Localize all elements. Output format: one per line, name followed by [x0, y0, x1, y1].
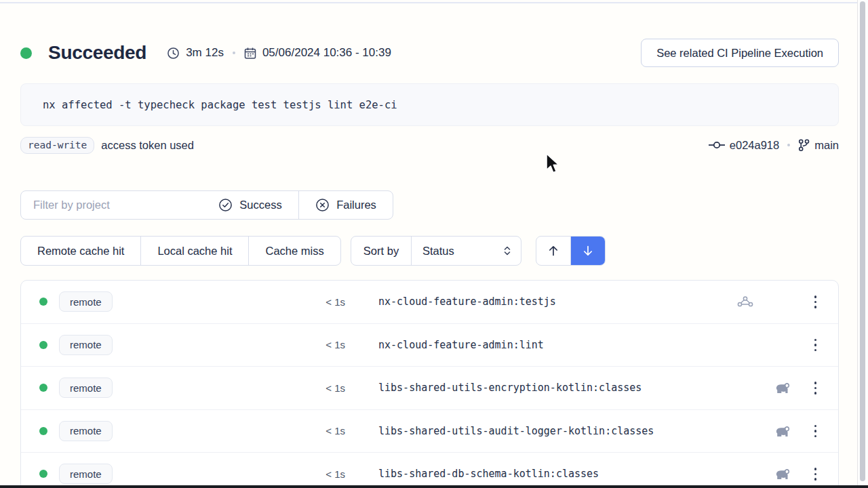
task-duration: < 1s — [313, 468, 345, 480]
task-status-dot — [39, 427, 47, 435]
scrollbar-thumb[interactable] — [860, 1, 865, 481]
arrow-up-icon — [547, 244, 560, 258]
success-filter-button[interactable]: Success — [202, 191, 298, 219]
access-token-badge: read-write — [20, 137, 94, 154]
sort-ascending-button[interactable] — [536, 237, 570, 265]
task-duration: < 1s — [313, 339, 345, 350]
calendar-icon — [244, 47, 256, 60]
branch-link[interactable]: main — [798, 139, 839, 152]
success-filter-label: Success — [239, 199, 281, 211]
task-name: nx-cloud-feature-admin:testjs — [378, 296, 556, 308]
task-name: libs-shared-utils-encryption-kotlin:clas… — [378, 382, 642, 394]
cache-source-badge: remote — [59, 335, 113, 355]
sort-selected-value: Status — [422, 245, 454, 258]
cache-source-badge: remote — [59, 291, 113, 312]
access-token-label: access token used — [101, 139, 194, 152]
gradle-elephant-icon — [774, 425, 791, 437]
task-row[interactable]: remote < 1s libs-shared-utils-encryption… — [21, 367, 838, 410]
top-divider — [0, 2, 868, 3]
cache-source-badge: remote — [59, 421, 113, 441]
remote-cache-hit-button[interactable]: Remote cache hit — [21, 237, 140, 265]
project-filter-input[interactable] — [21, 191, 202, 219]
task-status-dot — [39, 298, 47, 306]
task-duration: < 1s — [313, 425, 345, 436]
vcs-separator — [787, 144, 790, 146]
cache-miss-button[interactable]: Cache miss — [248, 237, 340, 265]
task-menu-button[interactable] — [812, 465, 820, 483]
task-row[interactable]: remote < 1s nx-cloud-feature-admin:lint — [21, 324, 838, 367]
task-name: libs-shared-utils-audit-logger-kotlin:cl… — [378, 425, 654, 437]
gradle-elephant-icon — [774, 382, 791, 394]
task-name: libs-shared-db-schema-kotlin:classes — [378, 468, 599, 480]
task-menu-button[interactable] — [812, 336, 820, 354]
sort-direction-group — [536, 236, 606, 266]
task-menu-button[interactable] — [812, 293, 820, 311]
commit-link[interactable]: e024a918 — [709, 139, 779, 152]
cache-source-badge: remote — [59, 464, 113, 484]
clock-icon — [167, 47, 180, 60]
bottom-edge-bar — [0, 485, 868, 488]
task-status-dot — [39, 341, 47, 349]
chevron-updown-icon — [503, 245, 511, 257]
vcs-info: e024a918 main — [709, 139, 839, 152]
page-title: Succeeded — [48, 42, 146, 64]
task-menu-button[interactable] — [812, 379, 820, 397]
filter-bar: Success Failures — [20, 190, 393, 220]
task-status-dot — [39, 384, 47, 392]
failures-filter-label: Failures — [336, 199, 376, 211]
gradle-elephant-icon — [774, 468, 791, 480]
sort-group: Sort by Status — [351, 236, 521, 266]
branch-name: main — [814, 139, 839, 152]
cache-source-badge: remote — [59, 378, 113, 398]
date-range-text: 05/06/2024 10:36 - 10:39 — [262, 46, 391, 60]
branch-icon — [798, 139, 810, 152]
task-menu-button[interactable] — [812, 422, 820, 441]
task-name: nx-cloud-feature-admin:lint — [378, 339, 544, 351]
project-filter-group: Success Failures — [20, 190, 393, 220]
command-text: nx affected -t typecheck package test te… — [43, 99, 397, 111]
meta-separator — [233, 52, 235, 54]
check-circle-icon — [218, 198, 233, 212]
mouse-cursor — [545, 153, 561, 176]
x-circle-icon — [315, 198, 330, 212]
run-detail-page: Succeeded 3m 12s 05/06/2024 10:36 - 10:3… — [0, 0, 868, 488]
commit-hash: e024a918 — [730, 139, 779, 152]
duration-text: 3m 12s — [186, 46, 224, 60]
page-scrollbar[interactable] — [857, 0, 868, 485]
task-duration: < 1s — [313, 296, 345, 308]
task-row[interactable]: remote < 1s libs-shared-db-schema-kotlin… — [21, 453, 838, 488]
run-header: Succeeded 3m 12s 05/06/2024 10:36 - 10:3… — [20, 38, 839, 68]
task-list: remote < 1s nx-cloud-feature-admin:testj… — [20, 280, 839, 488]
token-row: read-write access token used e024a918 ma… — [20, 135, 839, 155]
sort-descending-button[interactable] — [570, 237, 605, 265]
failures-filter-button[interactable]: Failures — [298, 191, 393, 219]
status-dot — [20, 47, 32, 59]
toolbar-row: Remote cache hit Local cache hit Cache m… — [20, 236, 839, 266]
task-graph-icon — [736, 296, 754, 308]
task-duration: < 1s — [313, 382, 345, 394]
run-meta: 3m 12s 05/06/2024 10:36 - 10:39 — [167, 46, 391, 60]
task-row[interactable]: remote < 1s libs-shared-utils-audit-logg… — [21, 410, 838, 453]
sort-field-select[interactable]: Status — [411, 237, 521, 265]
task-status-dot — [39, 470, 47, 478]
sort-by-label: Sort by — [351, 237, 411, 265]
arrow-down-icon — [581, 244, 595, 258]
task-row[interactable]: remote < 1s nx-cloud-feature-admin:testj… — [21, 281, 838, 324]
see-related-pipeline-button[interactable]: See related CI Pipeline Execution — [641, 39, 839, 67]
commit-icon — [709, 141, 725, 149]
local-cache-hit-button[interactable]: Local cache hit — [140, 237, 248, 265]
cache-filter-group: Remote cache hit Local cache hit Cache m… — [20, 236, 341, 266]
command-box: nx affected -t typecheck package test te… — [20, 83, 839, 126]
